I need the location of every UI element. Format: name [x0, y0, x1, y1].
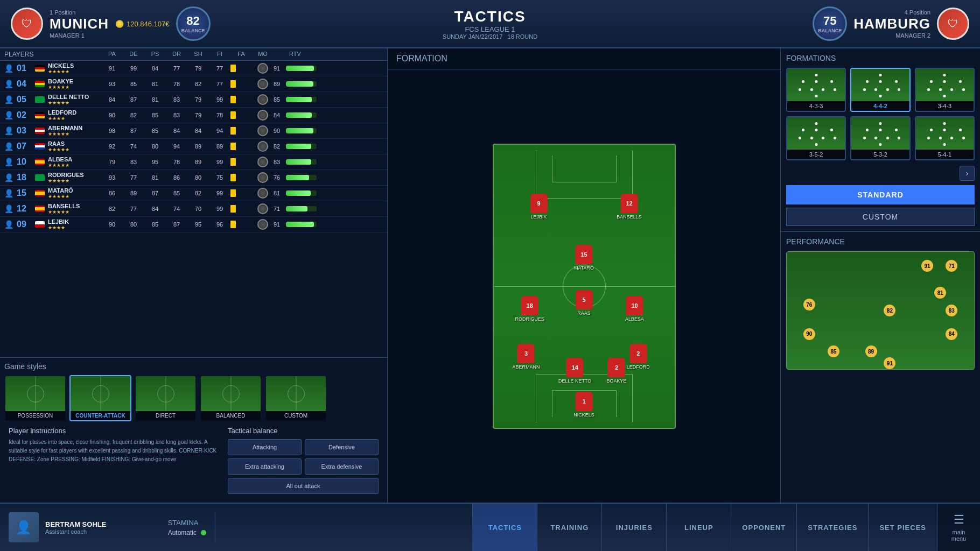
- table-row[interactable]: 👤 03 ABERMANN ★★★★★ 98 87 85 84 84 94 90: [0, 123, 387, 139]
- formation-label: 4-4-2: [851, 101, 909, 111]
- player-marker[interactable]: 3 ABERMANN: [512, 344, 540, 370]
- formation-card[interactable]: 5-3-2: [850, 116, 910, 160]
- player-icon: 👤: [4, 64, 13, 73]
- player-name-cell: 👤 12 BANSELLS ★★★★★: [4, 203, 101, 215]
- formations-next-button[interactable]: ›: [960, 166, 975, 181]
- player-marker[interactable]: 9 LEJBIK: [530, 194, 548, 220]
- footer-tab-injuries[interactable]: INJURIES: [601, 504, 666, 551]
- stat-mo: [252, 157, 274, 167]
- footer-tab-opponent[interactable]: OPPONENT: [731, 504, 796, 551]
- yellow-card-icon: [230, 80, 236, 88]
- player-marker[interactable]: 12 BANSELLS: [617, 194, 642, 220]
- standard-button[interactable]: STANDARD: [786, 185, 975, 204]
- footer-tab-lineup[interactable]: LINEUP: [666, 504, 731, 551]
- player-flag: [35, 96, 45, 103]
- formations-section: FORMATIONS 4-3-3 4-4-2: [781, 48, 980, 232]
- player-marker[interactable]: 14 DELLE NETTO: [558, 358, 591, 384]
- player-marker-name: NICKELS: [573, 412, 594, 418]
- rtv-bar-fill: [286, 66, 314, 71]
- tactical-balance-button[interactable]: Extra attacking: [228, 458, 302, 475]
- rtv-bar-fill: [286, 175, 309, 180]
- player-marker-name: ALBESA: [625, 316, 644, 322]
- stat-sh: 95: [187, 221, 209, 228]
- stat-dr: 94: [166, 143, 187, 150]
- footer-tab-strategies[interactable]: STRATEGIES: [796, 504, 868, 551]
- mini-dot: [898, 88, 900, 91]
- mini-dot: [815, 80, 817, 83]
- table-row[interactable]: 👤 07 RAAS ★★★★★ 92 74 80 94 89 89 82: [0, 139, 387, 154]
- player-marker[interactable]: 5 RAAS: [576, 290, 593, 316]
- stat-dr: 83: [166, 96, 187, 103]
- players-table-header: PLAYERS PA DE PS DR SH FI FA MO RTV: [0, 48, 387, 61]
- rtv-bar-fill: [286, 144, 311, 149]
- tactical-balance: Tactical balance AttackingDefensiveExtra…: [228, 427, 379, 494]
- player-marker-name: DELLE NETTO: [558, 378, 591, 384]
- stamina-title: STAMINA: [168, 519, 206, 527]
- player-marker[interactable]: 1 NICKELS: [573, 392, 594, 418]
- stat-de: 82: [123, 112, 144, 118]
- stat-sh: 84: [187, 128, 209, 134]
- table-row[interactable]: 👤 10 ALBESA ★★★★★ 79 83 95 78 89 99 83: [0, 154, 387, 170]
- footer-tab-training[interactable]: TRAINING: [537, 504, 601, 551]
- rtv-bar-fill: [286, 128, 313, 133]
- style-card[interactable]: BALANCED: [200, 375, 262, 421]
- player-stars: ★★★★★: [48, 84, 73, 90]
- tactical-balance-button[interactable]: Attacking: [228, 439, 302, 455]
- table-row[interactable]: 👤 18 RODRIGUES ★★★★★ 93 77 81 86 80 75 7…: [0, 170, 387, 186]
- footer-tab-set-pieces[interactable]: SET PIECES: [868, 504, 937, 551]
- stat-dr: 87: [166, 221, 187, 228]
- table-row[interactable]: 👤 02 LEDFORD ★★★★ 90 82 85 83 79 78 84: [0, 108, 387, 123]
- tactical-balance-button[interactable]: Extra defensive: [305, 458, 379, 475]
- mo-circle: [257, 141, 268, 152]
- player-shirt: 2: [608, 358, 625, 377]
- tactical-balance-button[interactable]: Defensive: [305, 439, 379, 455]
- stat-de: 74: [123, 143, 144, 150]
- table-row[interactable]: 👤 05 DELLE NETTO ★★★★★ 84 87 81 83 79 99…: [0, 92, 387, 108]
- footer-tab-tactics[interactable]: TACTICS: [472, 504, 537, 551]
- main-menu-button[interactable]: ☰ main menu: [937, 504, 980, 551]
- team-left-position: 1 Position: [50, 9, 109, 16]
- formation-card[interactable]: 5-4-1: [915, 116, 975, 160]
- table-row[interactable]: 👤 09 LEJBIK ★★★★ 90 80 85 87 95 96 91: [0, 217, 387, 232]
- style-card[interactable]: DIRECT: [135, 375, 197, 421]
- stat-fa: [230, 158, 252, 166]
- left-balance-label: BALANCE: [181, 28, 205, 33]
- assistant-info: BERTRAM SOHLE Assistant coach: [45, 520, 153, 535]
- mo-circle: [257, 157, 268, 167]
- goal-top: [552, 156, 617, 182]
- stat-pa: 90: [101, 221, 123, 228]
- rtv-bar-fill: [286, 97, 312, 102]
- rtv-bar-fill: [286, 190, 311, 196]
- team-right-name: HAMBURG: [853, 16, 930, 32]
- player-marker[interactable]: 10 ALBESA: [625, 296, 644, 322]
- formation-card[interactable]: 3-5-2: [786, 116, 846, 160]
- formation-card[interactable]: 4-4-2: [850, 68, 910, 112]
- player-marker[interactable]: 2 LEDFORD: [627, 344, 650, 370]
- style-card[interactable]: POSSESSION: [4, 375, 66, 421]
- table-row[interactable]: 👤 15 MATARÓ ★★★★★ 86 89 87 85 82 99 81: [0, 186, 387, 201]
- custom-button[interactable]: CUSTOM: [786, 208, 975, 226]
- player-marker[interactable]: 2 BOAKYE: [606, 358, 626, 384]
- formation-card[interactable]: 4-3-3: [786, 68, 846, 112]
- formation-card[interactable]: 3-4-3: [915, 68, 975, 112]
- formation-mini-pitch: [916, 117, 974, 150]
- style-card[interactable]: COUNTER-ATTACK: [69, 375, 131, 421]
- stat-mo: [252, 125, 274, 136]
- table-row[interactable]: 👤 01 NICKELS ★★★★★ 91 99 84 77 79 77 91: [0, 61, 387, 76]
- player-flag: [35, 190, 45, 196]
- player-flag: [35, 81, 45, 87]
- table-row[interactable]: 👤 04 BOAKYE ★★★★★ 93 85 81 78 82 77 89: [0, 76, 387, 92]
- player-marker[interactable]: 18 RODRIGUES: [515, 296, 544, 322]
- tactical-balance-button[interactable]: All out attack: [228, 478, 379, 494]
- stat-sh: 89: [187, 159, 209, 165]
- style-card[interactable]: CUSTOM: [265, 375, 327, 421]
- stat-ps: 85: [144, 221, 166, 228]
- table-row[interactable]: 👤 12 BANSELLS ★★★★★ 82 77 84 74 70 99 71: [0, 201, 387, 217]
- player-marker[interactable]: 15 MATARÓ: [574, 245, 594, 271]
- stat-fi: 89: [209, 143, 230, 150]
- yellow-card-icon: [230, 96, 236, 103]
- stamina-row: Automatic: [168, 529, 206, 536]
- stat-ps: 81: [144, 174, 166, 181]
- stat-fi: 99: [209, 159, 230, 165]
- style-label: CUSTOM: [266, 411, 326, 420]
